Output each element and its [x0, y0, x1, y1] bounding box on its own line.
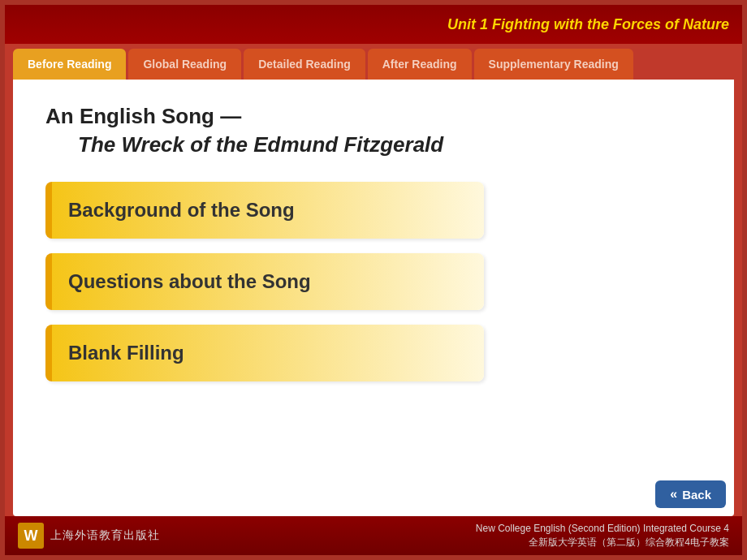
blank-filling-button[interactable]: Blank Filling [45, 325, 484, 381]
publisher-logo-icon: W [18, 523, 44, 549]
tab-global-reading[interactable]: Global Reading [128, 49, 241, 80]
tab-before-reading[interactable]: Before Reading [13, 49, 126, 80]
top-bar: Unit 1 Fighting with the Forces of Natur… [5, 5, 742, 44]
song-title-line1: An English Song — [45, 104, 702, 129]
bottom-bar: W 上海外语教育出版社 New College English (Second … [5, 516, 742, 555]
tab-detailed-reading[interactable]: Detailed Reading [244, 49, 365, 80]
outer-frame: Unit 1 Fighting with the Forces of Natur… [0, 0, 747, 560]
main-content: An English Song — The Wreck of the Edmun… [13, 80, 734, 516]
questions-button[interactable]: Questions about the Song [45, 253, 484, 310]
tab-bar: Before Reading Global Reading Detailed R… [5, 44, 742, 80]
tab-supplementary-reading[interactable]: Supplementary Reading [474, 49, 633, 80]
tab-after-reading[interactable]: After Reading [368, 49, 472, 80]
bottom-right-text: New College English (Second Edition) Int… [476, 522, 729, 549]
publisher-text: 上海外语教育出版社 [50, 528, 160, 543]
back-button[interactable]: « Back [655, 480, 726, 508]
back-arrow-icon: « [670, 487, 677, 502]
song-title-area: An English Song — The Wreck of the Edmun… [45, 104, 702, 157]
menu-list: Background of the Song Questions about t… [45, 182, 702, 381]
song-title-line2: The Wreck of the Edmund Fitzgerald [78, 132, 702, 157]
publisher-logo: W 上海外语教育出版社 [18, 523, 160, 549]
unit-title: Unit 1 Fighting with the Forces of Natur… [447, 16, 729, 33]
background-button[interactable]: Background of the Song [45, 182, 484, 239]
